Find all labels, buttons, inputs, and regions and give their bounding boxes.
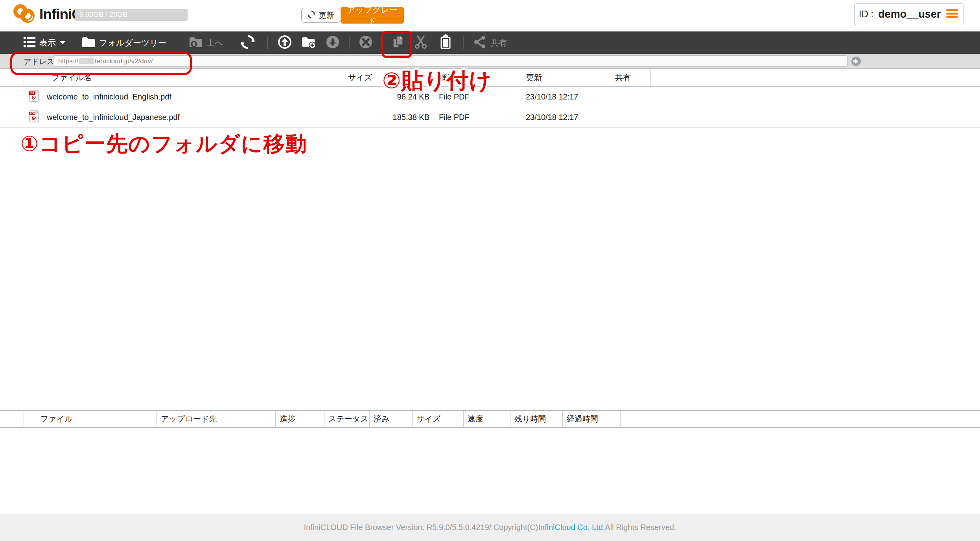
folder-icon [81,35,96,50]
toolbar-divider [381,37,382,49]
go-up-button[interactable]: 上へ [188,35,223,50]
upload-column-speed: 速度 [463,411,510,427]
column-header-updated[interactable]: 更新 [522,69,611,86]
upload-column-time-elapsed: 経過時間 [562,411,621,427]
file-size: 185.38 KB [344,113,435,122]
upload-column-status: ステータス [324,411,369,427]
pdf-file-icon: PDF [29,90,40,105]
footer-company-link[interactable]: InfiniCloud Co. Ltd. [538,523,605,532]
user-id-value: demo__user [878,8,941,20]
new-folder-button[interactable] [301,35,317,51]
refresh-icon [307,10,316,21]
upload-queue-table-header: ファイル アップロード先 進捗 ステータス 済み サイズ 速度 残り時間 経過時… [0,410,980,428]
file-updated: 23/10/18 12:17 [522,92,611,101]
copy-button[interactable] [391,35,405,51]
footer-rights-text: All Rights Reserved. [605,523,676,532]
file-row[interactable]: PDF welcome_to_infinicloud_Japanese.pdf … [0,107,980,128]
user-id-menu[interactable]: ID : demo__user [854,3,963,25]
annotation-step2-paste: ②貼り付け [382,66,492,96]
column-header-share[interactable]: 共有 [611,69,651,86]
share-button[interactable]: 共有 [473,35,507,51]
upload-button[interactable] [277,35,292,51]
hamburger-menu-icon[interactable] [945,8,959,20]
upgrade-button[interactable]: アップグレード [341,7,404,24]
svg-text:PDF: PDF [30,92,35,94]
folder-tree-label: フォルダーツリー [99,37,166,48]
folder-plus-icon [301,35,317,51]
user-id-prefix: ID : [859,9,873,20]
upload-column-file: ファイル [24,411,157,427]
app-header: InfiniCLOUD 0.00GB / 20GB 更新 アップグレード ID … [0,0,980,31]
file-updated: 23/10/18 12:17 [522,113,611,122]
file-table-checkbox-column [0,69,24,86]
address-input[interactable]: https:// teracloud.jp/v2/dav/ [54,55,847,67]
file-name[interactable]: welcome_to_infinicloud_Japanese.pdf [47,113,180,122]
paste-button[interactable] [438,34,453,52]
chevron-down-icon [60,41,65,44]
sync-icon [240,35,255,51]
footer-version-text: InfiniCLOUD File Browser Version: R5.9.0… [304,523,538,532]
upload-column-size: サイズ [412,411,463,427]
cut-button[interactable] [413,35,428,51]
view-menu-button[interactable]: 表示 [23,35,65,50]
upload-column-done: 済み [369,411,412,427]
footer: InfiniCLOUD File Browser Version: R5.9.0… [0,514,980,541]
storage-usage-bar: 0.00GB / 20GB [75,9,188,21]
download-button[interactable] [325,35,340,51]
infinicloud-file-browser: InfiniCLOUD 0.00GB / 20GB 更新 アップグレード ID … [0,0,980,541]
refresh-button-label: 更新 [319,10,334,21]
scissors-icon [413,35,428,51]
address-url-prefix: https:// [58,57,78,65]
address-label: アドレス: [24,57,56,67]
folder-up-icon [188,35,203,50]
file-name[interactable]: welcome_to_infinicloud_English.pdf [47,92,171,101]
upload-checkbox-column [0,411,24,427]
upload-column-progress: 進捗 [275,411,324,427]
upload-column-time-remaining: 残り時間 [510,411,562,427]
share-label: 共有 [490,37,507,48]
upgrade-button-label: アップグレード [343,4,402,26]
share-icon [473,35,487,51]
view-list-icon [23,35,36,50]
view-menu-label: 表示 [39,37,56,48]
paste-clipboard-icon [438,34,453,52]
address-go-button[interactable] [851,56,862,67]
folder-tree-button[interactable]: フォルダーツリー [81,35,166,50]
toolbar: 表示 フォルダーツリー 上へ [0,31,980,54]
file-kind: File PDF [435,113,522,122]
upload-column-destination: アップロード先 [157,411,275,427]
refresh-button[interactable]: 更新 [301,8,340,23]
address-url-masked-segment [79,58,94,64]
copy-pages-icon [391,35,405,51]
annotation-step1-move-to-folder: ①コピー先のフォルダに移動 [20,130,308,158]
toolbar-divider [349,37,350,49]
delete-button[interactable] [358,35,373,51]
sync-button[interactable] [240,35,255,51]
upload-icon [277,35,292,51]
go-up-label: 上へ [206,37,223,48]
toolbar-divider [267,37,268,49]
column-header-filename[interactable]: ファイル名 [24,69,344,86]
address-url-suffix: teracloud.jp/v2/dav/ [95,57,153,65]
storage-usage-text: 0.00GB / 20GB [79,11,127,18]
pdf-file-icon: PDF [29,110,40,125]
toolbar-divider [463,37,464,49]
svg-text:PDF: PDF [30,112,35,115]
infinicloud-logo-icon [12,3,36,26]
delete-x-icon [358,35,373,51]
download-icon [325,35,340,51]
